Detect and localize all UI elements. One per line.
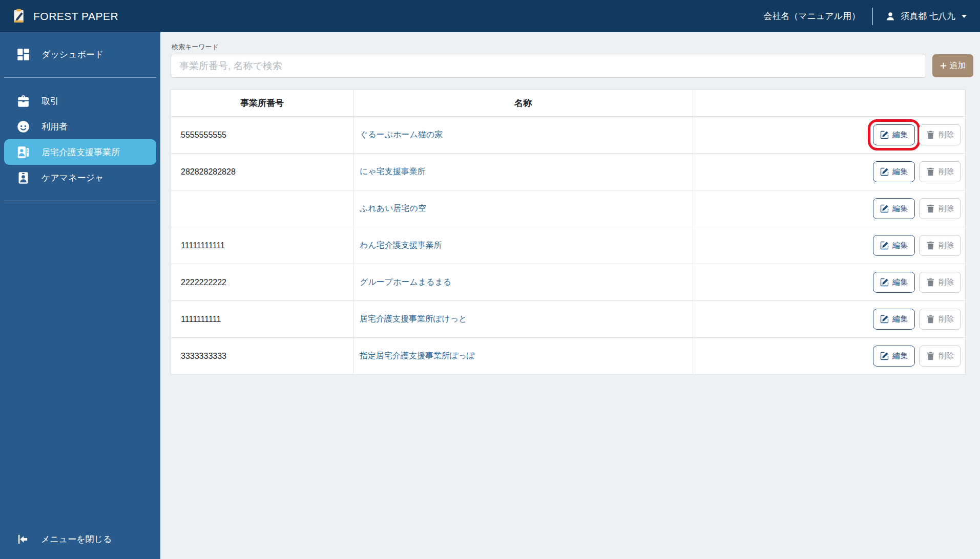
add-button[interactable]: 追加 [932,54,973,77]
pencil-square-icon [880,204,889,213]
table-row: 2222222222 グループホームまるまる 編集 [171,264,966,301]
trash-icon [926,241,935,250]
office-name-link[interactable]: 居宅介護支援事業所ぽけっと [360,314,467,323]
sidebar-item-label: 利用者 [41,121,68,133]
user-menu[interactable]: 須真都 七八九 [885,10,967,22]
trash-icon [926,131,935,139]
pencil-square-icon [880,167,889,176]
sidebar-item-users[interactable]: 利用者 [4,114,156,139]
col-header-name: 名称 [353,90,693,117]
trash-icon [926,315,935,324]
edit-button-label: 編集 [892,314,908,324]
delete-button[interactable]: 削除 [919,124,961,145]
delete-button[interactable]: 削除 [919,346,961,367]
header-divider [872,8,873,25]
delete-button[interactable]: 削除 [919,235,961,256]
delete-button-label: 削除 [939,351,954,361]
sidebar-item-dashboard[interactable]: ダッシュボード [4,41,156,67]
edit-button-label: 編集 [892,277,908,287]
sidebar: ダッシュボード 取引 利用者 居宅介護支援事業所 ケアマネージャ メニューを閉じ… [0,32,160,559]
edit-button-label: 編集 [892,167,908,177]
sidebar-divider [4,201,156,201]
table-row: 282828282828 にゃ宅支援事業所 編集 [171,154,966,190]
clipboard-pencil-icon [13,9,26,24]
delete-button-label: 削除 [939,277,954,287]
table-header-row: 事業所番号 名称 [171,90,966,117]
trash-icon [926,167,935,176]
actions-cell: 編集 削除 [693,301,966,338]
delete-button[interactable]: 削除 [919,161,961,182]
face-icon [16,120,30,134]
close-menu-button[interactable]: メニューを閉じる [0,526,160,552]
person-icon [885,11,895,22]
add-button-label: 追加 [950,60,966,71]
edit-button[interactable]: 編集 [873,272,915,293]
delete-button-label: 削除 [939,314,954,324]
edit-button[interactable]: 編集 [873,309,915,330]
edit-button[interactable]: 編集 [873,235,915,256]
office-number-cell: 5555555555 [171,117,353,154]
app-title: FOREST PAPER [33,10,118,23]
trash-icon [926,204,935,213]
edit-button[interactable]: 編集 [873,198,915,219]
office-name-cell: ふれあい居宅の空 [353,190,693,227]
actions-cell: 編集 削除 [693,190,966,227]
edit-button-label: 編集 [892,130,908,140]
office-name-cell: グループホームまるまる [353,264,693,301]
office-number-cell [171,190,353,227]
sidebar-item-label: 取引 [41,95,59,107]
col-header-actions [693,90,966,117]
office-name-link[interactable]: にゃ宅支援事業所 [360,167,426,176]
pencil-square-icon [880,352,889,360]
app-header: FOREST PAPER 会社名（マニュアル用） 須真都 七八九 [0,0,980,32]
delete-button[interactable]: 削除 [919,272,961,293]
trash-icon [926,278,935,287]
office-name-link[interactable]: わん宅介護支援事業所 [360,241,442,249]
delete-button[interactable]: 削除 [919,309,961,330]
table-row: 5555555555 ぐるーぷホーム猫の家 編集 [171,117,966,154]
office-card-icon [16,145,30,159]
office-name-cell: 指定居宅介護支援事業所ぽっぽ [353,338,693,375]
office-name-cell: にゃ宅支援事業所 [353,154,693,190]
office-number-cell: 2222222222 [171,264,353,301]
search-input[interactable] [171,54,926,78]
edit-button[interactable]: 編集 [873,346,915,367]
caret-down-icon [962,15,967,18]
sidebar-item-care-managers[interactable]: ケアマネージャ [4,165,156,190]
sidebar-divider [4,77,156,78]
sidebar-item-care-offices[interactable]: 居宅介護支援事業所 [4,139,156,165]
office-name-link[interactable]: ぐるーぷホーム猫の家 [360,130,443,139]
actions-cell: 編集 削除 [693,338,966,375]
trash-icon [926,352,935,360]
office-number-cell: 11111111111 [171,227,353,264]
dashboard-icon [16,48,30,61]
delete-button[interactable]: 削除 [919,198,961,219]
pencil-square-icon [880,278,889,287]
user-name: 須真都 七八九 [901,10,955,22]
actions-cell: 編集 削除 [693,227,966,264]
sidebar-item-transactions[interactable]: 取引 [4,88,156,114]
id-badge-icon [16,171,30,185]
office-name-link[interactable]: 指定居宅介護支援事業所ぽっぽ [360,351,475,360]
delete-button-label: 削除 [939,204,954,213]
plus-icon [940,62,947,69]
office-name-link[interactable]: ふれあい居宅の空 [360,204,426,212]
collapse-left-icon [17,533,29,545]
table-row: 11111111111 わん宅介護支援事業所 編集 [171,227,966,264]
sidebar-item-label: ケアマネージャ [41,172,103,184]
delete-button-label: 削除 [939,167,954,177]
office-name-link[interactable]: グループホームまるまる [360,277,451,286]
office-number-cell: 282828282828 [171,154,353,190]
edit-button[interactable]: 編集 [873,161,915,182]
brand[interactable]: FOREST PAPER [13,9,118,24]
office-name-cell: ぐるーぷホーム猫の家 [353,117,693,154]
office-name-cell: わん宅介護支援事業所 [353,227,693,264]
actions-cell: 編集 削除 [693,117,966,154]
briefcase-icon [16,94,30,108]
table-row: 1111111111 居宅介護支援事業所ぽけっと 編集 [171,301,966,338]
col-header-office-number: 事業所番号 [171,90,353,117]
office-name-cell: 居宅介護支援事業所ぽけっと [353,301,693,338]
search-label: 検索キーワード [172,42,973,52]
edit-button[interactable]: 編集 [873,124,915,145]
delete-button-label: 削除 [939,241,954,250]
